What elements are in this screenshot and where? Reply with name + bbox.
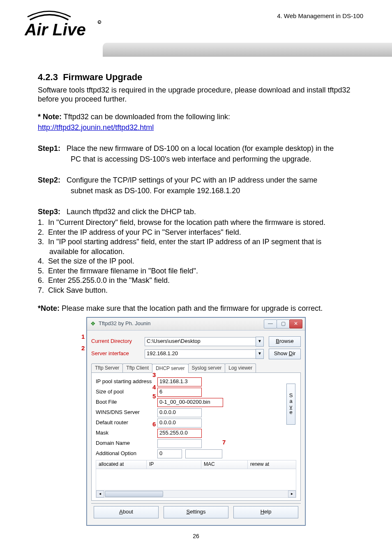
step2-line2: subnet mask as DS-100. For example 192.1… [38,186,354,196]
ip-pool-input[interactable]: 192.168.1.3 [157,377,202,386]
scroll-thumb[interactable] [105,491,163,497]
step2-label: Step2: [38,176,60,184]
step1-line2: PC that is accessing DS-100's web interf… [38,155,354,164]
tab-strip: Tftp Server Tftp Client DHCP server Sysl… [91,363,301,373]
app-icon: ❖ [90,321,96,327]
svg-text:Air Live: Air Live [25,20,86,39]
current-directory-dropdown[interactable]: ▼ [256,337,264,347]
tab-dhcp-server[interactable]: DHCP server [152,364,188,373]
additional-option-code-input[interactable]: 0 [157,449,182,458]
domain-name-input[interactable] [157,439,202,448]
save-button[interactable]: Save [286,384,295,425]
page-number: 26 [38,533,354,540]
boot-file-label: Boot File [96,399,157,405]
boot-file-input[interactable]: 0-1_00_00-00200.bin [157,398,223,407]
svg-text:R: R [98,21,100,24]
default-router-input[interactable]: 0.0.0.0 [157,419,202,428]
annotation-4: 4 [152,384,156,391]
col-ip[interactable]: IP [147,460,201,469]
note-text: Tftpd32 can be downloaded from the follo… [62,113,230,121]
maximize-button[interactable]: ▢ [277,319,290,328]
titlebar[interactable]: ❖ Tftpd32 by Ph. Jounin — ▢ ✕ [87,318,305,331]
minimize-button[interactable]: — [264,319,277,328]
note2-text: Please make sure that the location path … [60,304,323,312]
chapter-reference: 4. Web Management in DS-100 [115,8,367,19]
dhcp-tab-body: 3 4 5 6 7 IP pool starting address 192.1… [91,373,301,501]
bullet-1: In "Current Directory" field, browse for… [48,218,325,227]
tab-tftp-client[interactable]: Tftp Client [122,363,152,372]
step1-label: Step1: [38,144,60,153]
show-dir-button[interactable]: Show Dir [269,349,301,359]
col-allocated-at[interactable]: allocated at [96,460,147,469]
scroll-left-button[interactable]: ◂ [96,490,104,497]
server-interface-label: Server interface [91,350,145,357]
mask-input[interactable]: 255.255.0.0 [157,429,202,438]
step3-line1: Launch tftpd32 and click the DHCP tab. [67,208,196,216]
default-router-label: Default router [96,419,157,426]
server-interface-dropdown[interactable]: ▼ [256,349,264,359]
section-heading: 4.2.3 Firmware Upgrade [38,72,354,83]
tab-log-viewer[interactable]: Log viewer [225,363,256,372]
annotation-6: 6 [152,421,156,428]
step3-label: Step3: [38,208,60,216]
bullet-3a: In "IP pool starting address" field, ent… [48,238,321,246]
horizontal-scrollbar[interactable]: ◂ ▸ [96,490,296,497]
wins-dns-label: WINS/DNS Server [96,409,157,416]
help-button[interactable]: Help [233,506,298,518]
current-directory-label: Current Directory [91,338,145,345]
about-button[interactable]: About [94,506,159,518]
additional-option-value-input[interactable] [185,449,222,458]
bullet-7: Click Save button. [48,286,108,294]
size-of-pool-input[interactable]: 6 [157,388,202,397]
size-of-pool-label: Size of pool [96,388,157,395]
additional-option-label: Additional Option [96,450,157,457]
annotation-2: 2 [81,345,85,352]
intro-paragraph: Software tools tftpd32 is required in th… [38,86,354,104]
annotation-7: 7 [222,439,226,446]
browse-button[interactable]: Browse [269,336,301,347]
wins-dns-input[interactable]: 0.0.0.0 [157,408,202,417]
bullet-6: Enter 255.255.0.0 in the "Mask" field. [48,276,170,284]
annotation-3: 3 [152,371,156,379]
step2-line1: Configure the TCP/IP settings of your PC… [67,176,317,184]
scroll-right-button[interactable]: ▸ [288,490,296,497]
current-directory-input[interactable]: C:\Users\user\Desktop [145,337,256,346]
tftpd32-window: ❖ Tftpd32 by Ph. Jounin — ▢ ✕ 1 2 Curren… [87,317,305,525]
server-interface-input[interactable]: 192.168.1.20 [145,349,256,358]
step1-line1: Place the new firmware of DS-100 on a lo… [67,144,334,153]
bullet-2: Enter the IP address of your PC in "Serv… [48,228,241,236]
ip-pool-label: IP pool starting address [96,378,157,385]
col-renew-at[interactable]: renew at [248,460,296,469]
section-number: 4.2.3 [38,72,58,82]
domain-name-label: Domain Name [96,440,157,446]
bullet-3b: available for allocation. [49,247,125,256]
close-button[interactable]: ✕ [289,319,302,328]
col-mac[interactable]: MAC [201,460,248,469]
tab-syslog-server[interactable]: Syslog server [188,363,226,372]
settings-button[interactable]: Settings [164,506,228,518]
annotation-5: 5 [152,393,156,400]
brand-logo: Air Live R [25,8,115,43]
tab-tftp-server[interactable]: Tftp Server [91,363,123,372]
mask-label: Mask [96,430,157,436]
download-link[interactable]: http://tftpd32.jounin.net/tftpd32.html [38,123,154,132]
lease-list[interactable]: allocated at IP MAC renew at ◂ ▸ [96,460,296,498]
bullet-5: Enter the firmware filename in "Boot fil… [48,267,198,275]
annotation-1: 1 [81,333,85,341]
window-title: Tftpd32 by Ph. Jounin [99,320,150,327]
header-banner [103,43,392,57]
note-label: * Note: [38,113,62,121]
bullet-4: Set the size of the IP pool. [48,257,134,265]
note2-label: *Note: [38,304,60,312]
section-title: Firmware Upgrade [63,72,142,82]
